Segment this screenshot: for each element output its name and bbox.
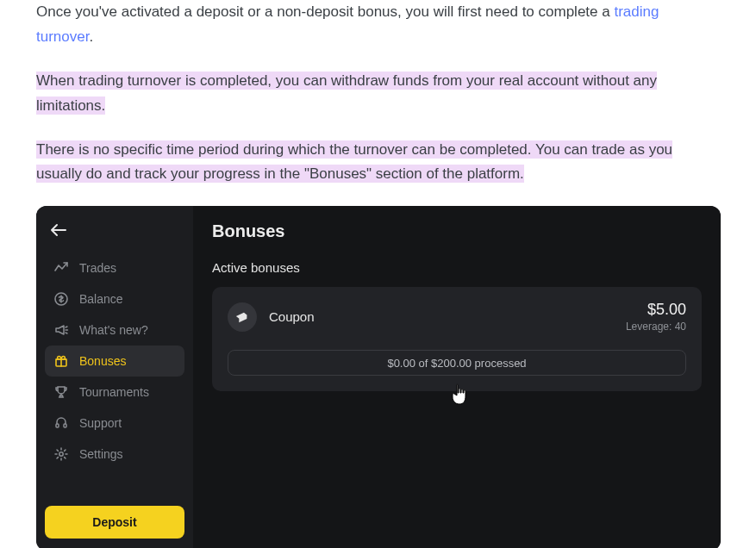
gear-icon	[53, 446, 69, 462]
sidebar-item-whats-new[interactable]: What's new?	[45, 314, 184, 346]
sidebar-item-support[interactable]: Support	[45, 408, 184, 439]
balance-icon	[53, 291, 69, 307]
coupon-icon	[228, 302, 257, 332]
headset-icon	[53, 415, 69, 431]
progress-text: $0.00 of $200.00 processed	[387, 357, 526, 370]
highlight-text-2: There is no specific time period during …	[36, 140, 672, 184]
trophy-icon	[53, 384, 69, 400]
highlight-paragraph-1: When trading turnover is completed, you …	[36, 69, 720, 119]
sidebar-item-label: Support	[79, 416, 122, 430]
back-arrow-icon[interactable]	[50, 223, 67, 237]
sidebar-item-label: Trades	[79, 261, 116, 275]
highlight-text-1: When trading turnover is completed, you …	[36, 72, 657, 115]
svg-rect-2	[56, 424, 59, 427]
sidebar-item-balance[interactable]: Balance	[45, 283, 184, 314]
deposit-button[interactable]: Deposit	[45, 506, 184, 539]
sidebar-item-bonuses[interactable]: Bonuses	[45, 346, 184, 377]
bonus-leverage: Leverage: 40	[626, 321, 686, 333]
sidebar-item-settings[interactable]: Settings	[45, 439, 184, 470]
sidebar-item-tournaments[interactable]: Tournaments	[45, 377, 184, 408]
megaphone-icon	[53, 322, 69, 338]
svg-rect-3	[64, 424, 66, 427]
highlight-paragraph-2: There is no specific time period during …	[36, 138, 720, 188]
sidebar-item-label: Tournaments	[79, 385, 149, 399]
bonus-name: Coupon	[269, 309, 614, 324]
p1-post: .	[89, 28, 93, 45]
page-title: Bonuses	[212, 221, 702, 241]
nav-list: Trades Balance What's new? Bonuses	[45, 252, 184, 495]
bonus-card[interactable]: Coupon $5.00 Leverage: 40 $0.00 of $200.…	[212, 287, 702, 391]
main-panel: Bonuses Active bonuses Coupon $5.00 Leve…	[193, 206, 721, 548]
p1-pre: Once you've activated a deposit or a non…	[36, 3, 614, 20]
section-title: Active bonuses	[212, 260, 702, 275]
trades-icon	[53, 260, 69, 276]
sidebar: Trades Balance What's new? Bonuses	[36, 206, 193, 548]
sidebar-item-label: Balance	[79, 292, 123, 306]
sidebar-item-label: Settings	[79, 447, 123, 461]
sidebar-item-label: Bonuses	[79, 354, 126, 368]
intro-paragraph: Once you've activated a deposit or a non…	[36, 0, 720, 50]
sidebar-item-trades[interactable]: Trades	[45, 252, 184, 283]
app-screenshot: Trades Balance What's new? Bonuses	[36, 206, 721, 548]
svg-point-4	[59, 452, 63, 456]
bonus-amount: $5.00	[626, 301, 686, 319]
sidebar-item-label: What's new?	[79, 323, 148, 337]
gift-icon	[53, 353, 69, 369]
turnover-progress-bar[interactable]: $0.00 of $200.00 processed	[228, 350, 686, 376]
